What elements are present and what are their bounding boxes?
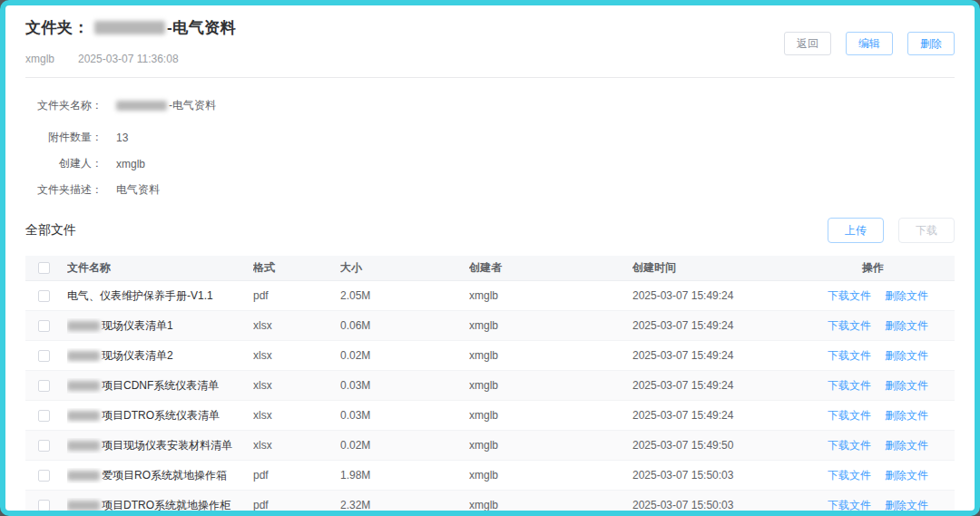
download-file-link[interactable]: 下载文件 xyxy=(828,468,871,483)
info-label: 附件数量： xyxy=(25,130,103,145)
row-checkbox-cell xyxy=(25,410,67,422)
row-checkbox[interactable] xyxy=(38,410,50,422)
table-row: 电气、仪表维护保养手册-V1.1 pdf 2.05M xmglb 2025-03… xyxy=(25,281,955,311)
row-checkbox[interactable] xyxy=(38,320,50,332)
delete-file-link[interactable]: 删除文件 xyxy=(885,348,928,364)
file-name-cell: 项目DTRO系统就地操作柜 xyxy=(67,498,253,513)
file-creator: xmglb xyxy=(469,319,632,332)
redacted-folder-name xyxy=(116,101,167,111)
download-button[interactable]: 下载 xyxy=(898,218,955,243)
redacted-name-prefix xyxy=(67,501,100,511)
column-header-operations: 操作 xyxy=(828,260,955,276)
file-name-text: 项目现场仪表安装材料清单 xyxy=(102,438,232,453)
file-format: xlsx xyxy=(253,349,340,362)
page-created-at: 2025-03-07 11:36:08 xyxy=(78,53,179,65)
page-header: 文件夹： -电气资料 xmglb 2025-03-07 11:36:08 返回 … xyxy=(25,5,955,65)
download-file-link[interactable]: 下载文件 xyxy=(828,288,871,304)
redacted-name-prefix xyxy=(67,381,100,391)
redacted-name-prefix xyxy=(67,321,100,331)
delete-file-link[interactable]: 删除文件 xyxy=(885,288,928,304)
file-size: 0.02M xyxy=(340,349,469,362)
file-name-cell: 项目现场仪表安装材料清单 xyxy=(67,438,253,453)
redacted-name-prefix xyxy=(67,471,100,481)
file-format: pdf xyxy=(253,499,340,511)
info-row-folder-name: 文件夹名称： -电气资料 xyxy=(25,98,955,113)
file-format: xlsx xyxy=(253,319,340,332)
row-checkbox-cell xyxy=(25,440,67,452)
download-file-link[interactable]: 下载文件 xyxy=(828,318,871,334)
file-size: 2.32M xyxy=(340,499,469,511)
file-size: 0.03M xyxy=(340,409,469,422)
file-name-cell: 项目CDNF系统仪表清单 xyxy=(67,378,253,394)
download-file-link[interactable]: 下载文件 xyxy=(828,498,871,513)
app-window: 文件夹： -电气资料 xmglb 2025-03-07 11:36:08 返回 … xyxy=(0,0,980,516)
row-checkbox-cell xyxy=(25,380,67,392)
edit-button[interactable]: 编辑 xyxy=(846,32,893,55)
download-file-link[interactable]: 下载文件 xyxy=(828,348,871,364)
delete-file-link[interactable]: 删除文件 xyxy=(885,468,928,483)
file-creator: xmglb xyxy=(469,469,632,482)
delete-file-link[interactable]: 删除文件 xyxy=(885,378,928,394)
file-name-text: 现场仪表清单2 xyxy=(102,348,173,364)
row-checkbox[interactable] xyxy=(38,350,50,362)
file-created: 2025-03-07 15:49:50 xyxy=(632,439,828,452)
file-created: 2025-03-07 15:49:24 xyxy=(632,319,828,332)
file-format: xlsx xyxy=(253,409,340,422)
file-created: 2025-03-07 15:49:24 xyxy=(632,289,828,302)
redacted-folder-name xyxy=(94,21,165,34)
header-actions: 返回 编辑 删除 xyxy=(784,32,955,55)
file-name-cell: 现场仪表清单2 xyxy=(67,348,253,364)
column-header-size: 大小 xyxy=(340,260,469,276)
row-checkbox[interactable] xyxy=(38,440,50,452)
row-checkbox[interactable] xyxy=(38,500,50,511)
page-title-suffix: -电气资料 xyxy=(167,17,236,38)
file-size: 0.02M xyxy=(340,439,469,452)
page-title-prefix: 文件夹： xyxy=(25,17,89,38)
file-table: 文件名称 格式 大小 创建者 创建时间 操作 电气、仪表维护保养手册-V1.1 … xyxy=(25,256,955,516)
file-size: 2.05M xyxy=(340,289,469,302)
info-row-description: 文件夹描述： 电气资料 xyxy=(25,182,955,198)
delete-file-link[interactable]: 删除文件 xyxy=(885,438,928,453)
row-checkbox[interactable] xyxy=(38,290,50,302)
download-file-link[interactable]: 下载文件 xyxy=(828,378,871,394)
file-created: 2025-03-07 15:49:24 xyxy=(632,409,828,422)
file-operations: 下载文件 删除文件 xyxy=(828,378,955,394)
row-checkbox-cell xyxy=(25,320,67,332)
upload-button[interactable]: 上传 xyxy=(828,218,884,243)
info-label: 文件夹描述： xyxy=(25,182,103,198)
delete-file-link[interactable]: 删除文件 xyxy=(885,498,928,513)
row-checkbox[interactable] xyxy=(38,380,50,392)
file-creator: xmglb xyxy=(469,379,632,392)
files-buttons: 上传 下载 xyxy=(828,218,955,243)
file-operations: 下载文件 删除文件 xyxy=(828,348,955,364)
file-created: 2025-03-07 15:50:03 xyxy=(632,469,828,482)
file-name-cell: 爱项目RO系统就地操作箱 xyxy=(67,468,253,483)
file-operations: 下载文件 删除文件 xyxy=(828,498,955,513)
file-name-text: 项目DTRO系统仪表清单 xyxy=(102,408,220,424)
download-file-link[interactable]: 下载文件 xyxy=(828,438,871,453)
file-operations: 下载文件 删除文件 xyxy=(828,468,955,483)
file-size: 0.03M xyxy=(340,379,469,392)
file-format: xlsx xyxy=(253,379,340,392)
file-size: 0.06M xyxy=(340,319,469,332)
download-file-link[interactable]: 下载文件 xyxy=(828,408,871,424)
file-name-text: 项目CDNF系统仪表清单 xyxy=(102,378,219,394)
delete-file-link[interactable]: 删除文件 xyxy=(885,408,928,424)
select-all-checkbox[interactable] xyxy=(38,262,50,274)
file-name-cell: 项目DTRO系统仪表清单 xyxy=(67,408,253,424)
header-checkbox-cell xyxy=(25,262,67,274)
table-row: 项目CDNF系统仪表清单 xlsx 0.03M xmglb 2025-03-07… xyxy=(25,371,955,401)
back-button[interactable]: 返回 xyxy=(784,32,831,55)
column-header-created: 创建时间 xyxy=(632,260,828,276)
delete-button[interactable]: 删除 xyxy=(907,32,955,55)
file-name-cell: 现场仪表清单1 xyxy=(67,318,253,334)
table-row: 现场仪表清单1 xlsx 0.06M xmglb 2025-03-07 15:4… xyxy=(25,311,955,341)
redacted-name-prefix xyxy=(67,351,100,361)
files-header: 全部文件 上传 下载 xyxy=(25,218,955,243)
row-checkbox[interactable] xyxy=(38,470,50,482)
column-header-format: 格式 xyxy=(253,260,340,276)
table-row: 项目DTRO系统仪表清单 xlsx 0.03M xmglb 2025-03-07… xyxy=(25,401,955,431)
info-row-creator: 创建人： xmglb xyxy=(25,156,955,171)
column-header-file-name: 文件名称 xyxy=(67,260,253,276)
delete-file-link[interactable]: 删除文件 xyxy=(885,318,928,334)
